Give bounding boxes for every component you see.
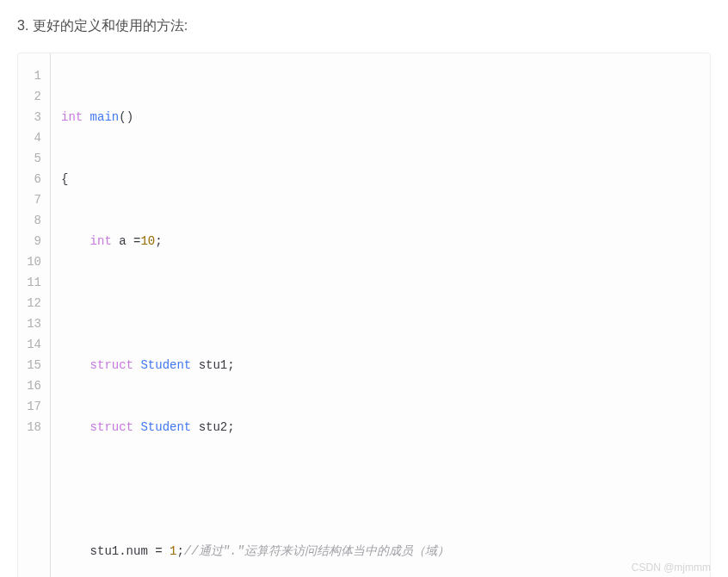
line-number: 12	[23, 293, 41, 313]
code-line: struct Student stu2;	[61, 417, 700, 437]
line-number: 4	[23, 127, 41, 148]
code-line	[61, 479, 700, 499]
line-number: 17	[23, 396, 41, 417]
section-heading: 3. 更好的定义和使用的方法:	[17, 17, 711, 35]
code-content: int main() { int a =10; struct Student s…	[51, 53, 710, 577]
line-number: 3	[23, 107, 41, 127]
line-number: 8	[23, 210, 41, 231]
code-line: stu1.num = 1;//通过"."运算符来访问结构体当中的成员（域）	[61, 541, 700, 561]
code-line: {	[61, 169, 700, 189]
code-block-main: 1 2 3 4 5 6 7 8 9 10 11 12 13 14 15 16 1…	[17, 53, 711, 577]
code-line	[61, 293, 700, 313]
watermark: CSDN @mjmmm	[632, 561, 711, 574]
line-number: 5	[23, 148, 41, 169]
code-line: int a =10;	[61, 231, 700, 251]
line-number: 6	[23, 169, 41, 189]
line-number: 2	[23, 86, 41, 107]
line-number: 16	[23, 375, 41, 396]
line-number: 14	[23, 334, 41, 355]
line-number: 15	[23, 355, 41, 375]
line-number: 10	[23, 251, 41, 272]
line-number: 9	[23, 231, 41, 251]
code-line: struct Student stu1;	[61, 355, 700, 375]
line-number: 1	[23, 65, 41, 86]
code-line: int main()	[61, 107, 700, 127]
line-number: 7	[23, 189, 41, 210]
line-number: 18	[23, 417, 41, 437]
line-number: 13	[23, 313, 41, 334]
line-number: 11	[23, 272, 41, 293]
line-number-gutter: 1 2 3 4 5 6 7 8 9 10 11 12 13 14 15 16 1…	[18, 53, 51, 577]
